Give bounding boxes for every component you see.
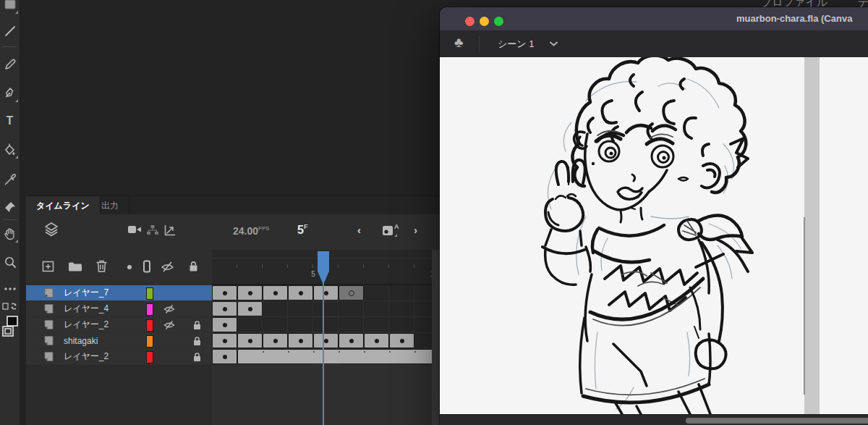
layer-color-swatch[interactable] — [146, 319, 153, 332]
layer-row[interactable]: レイヤー_2 — [26, 317, 440, 332]
keyframe-cell[interactable] — [288, 333, 313, 348]
keyframe-cell[interactable] — [263, 285, 288, 300]
window-bottom-bar — [440, 414, 868, 425]
fill-stroke-colors[interactable] — [0, 313, 20, 342]
minimize-button[interactable] — [480, 17, 489, 26]
layer-page-icon — [43, 303, 54, 314]
layer-lock-toggle[interactable] — [188, 285, 205, 300]
layer-name[interactable]: shitagaki — [64, 336, 98, 346]
layer-info[interactable]: レイヤー_2 — [26, 349, 212, 364]
layer-rows: レイヤー_7レイヤー_4レイヤー_2shitagakiレイヤー_2 — [26, 195, 440, 425]
window-titlebar[interactable]: muarbon-chara.fla (Canva — [440, 7, 868, 30]
horizontal-scrollbar[interactable] — [686, 418, 868, 424]
layer-page-icon — [43, 351, 54, 362]
layer-color-swatch[interactable] — [146, 335, 153, 348]
asset-warp-tool[interactable] — [0, 196, 20, 218]
layer-frames[interactable] — [212, 301, 440, 316]
layer-visibility-toggle[interactable] — [161, 333, 178, 348]
layer-page-icon — [43, 335, 54, 346]
layer-name[interactable]: レイヤー_7 — [64, 287, 109, 299]
keyframe-cell[interactable] — [288, 285, 313, 300]
layer-info[interactable]: レイヤー_2 — [26, 317, 212, 332]
keyframe-cell[interactable] — [212, 285, 237, 300]
layer-lock-toggle[interactable] — [188, 349, 205, 364]
document-window: muarbon-chara.fla (Canva ♣ シーン 1 — [440, 7, 868, 425]
timeline-panel: タイムライン 出力 24.00FPS 5F ‹ A — [26, 195, 440, 425]
layer-row[interactable]: レイヤー_4 — [26, 301, 440, 316]
text-tool[interactable]: T — [0, 110, 20, 132]
layer-frames[interactable] — [212, 333, 440, 348]
eyedropper-tool[interactable] — [0, 169, 20, 190]
keyframe-cell[interactable] — [212, 333, 237, 348]
layer-color-swatch[interactable] — [146, 351, 153, 363]
pen-tool[interactable] — [0, 83, 20, 104]
line-tool[interactable] — [0, 20, 20, 42]
scene-club-icon[interactable]: ♣ — [454, 35, 463, 51]
layer-visibility-toggle[interactable] — [161, 285, 178, 300]
layer-visibility-toggle[interactable] — [161, 349, 178, 364]
layer-page-icon — [43, 319, 54, 330]
keyframe-cell[interactable] — [237, 285, 263, 300]
layer-row[interactable]: shitagaki — [26, 333, 440, 348]
paint-bucket-tool[interactable] — [0, 139, 20, 161]
pasteboard-strip — [804, 57, 820, 414]
chevron-down-icon[interactable] — [550, 41, 558, 46]
scene-label[interactable]: シーン 1 — [498, 38, 534, 51]
empty-keyframe-cell[interactable] — [339, 285, 364, 300]
tools-panel: T — [0, 0, 20, 425]
pencil-tool[interactable] — [0, 54, 20, 75]
frame-span[interactable] — [237, 349, 440, 364]
layer-frames[interactable] — [212, 349, 440, 364]
layer-frames[interactable] — [212, 285, 440, 300]
keyframe-cell[interactable] — [212, 301, 237, 316]
layer-frames[interactable] — [212, 317, 440, 332]
timeline-vertical-scrollbar[interactable] — [432, 250, 440, 425]
stage-edge-line — [804, 217, 805, 395]
layer-row[interactable]: レイヤー_2 — [26, 349, 440, 364]
keyframe-cell[interactable] — [237, 333, 263, 348]
editbar-divider — [479, 36, 480, 51]
layer-row[interactable]: レイヤー_7 — [26, 285, 440, 300]
layer-color-swatch[interactable] — [146, 287, 153, 300]
keyframe-cell[interactable] — [237, 301, 263, 316]
window-title: muarbon-chara.fla (Canva — [736, 13, 852, 24]
layer-info[interactable]: レイヤー_4 — [26, 301, 212, 316]
layer-name[interactable]: レイヤー_4 — [64, 303, 109, 315]
playhead-line — [323, 282, 324, 425]
keyframe-cell[interactable] — [263, 333, 288, 348]
keyframe-cell[interactable] — [212, 349, 237, 364]
edit-bar: ♣ シーン 1 — [440, 30, 868, 58]
close-button[interactable] — [465, 17, 475, 26]
rectangle-tool[interactable] — [0, 0, 20, 16]
keyframe-cell[interactable] — [212, 317, 237, 332]
layer-lock-toggle[interactable] — [188, 301, 205, 316]
stage-canvas[interactable] — [440, 57, 868, 414]
hand-tool[interactable] — [0, 223, 20, 245]
layer-name[interactable]: レイヤー_2 — [64, 350, 109, 363]
keyframe-cell[interactable] — [339, 333, 364, 348]
layer-name[interactable]: レイヤー_2 — [64, 319, 109, 331]
zoom-tool[interactable] — [0, 251, 20, 273]
layer-lock-toggle[interactable] — [188, 317, 205, 332]
layer-visibility-toggle[interactable] — [161, 301, 178, 316]
character-sketch — [470, 57, 810, 414]
layer-lock-toggle[interactable] — [188, 333, 205, 348]
keyframe-cell[interactable] — [313, 333, 339, 348]
keyframe-cell[interactable] — [389, 333, 414, 348]
layer-visibility-toggle[interactable] — [161, 317, 178, 332]
keyframe-cell[interactable] — [313, 285, 339, 300]
layer-color-swatch[interactable] — [146, 303, 153, 316]
layer-info[interactable]: shitagaki — [26, 333, 212, 348]
zoom-button[interactable] — [494, 17, 503, 26]
layer-info[interactable]: レイヤー_7 — [26, 285, 212, 300]
keyframe-cell[interactable] — [364, 333, 389, 348]
animate-app: プロファイル デ T — [0, 0, 868, 425]
layer-page-icon — [43, 287, 54, 298]
